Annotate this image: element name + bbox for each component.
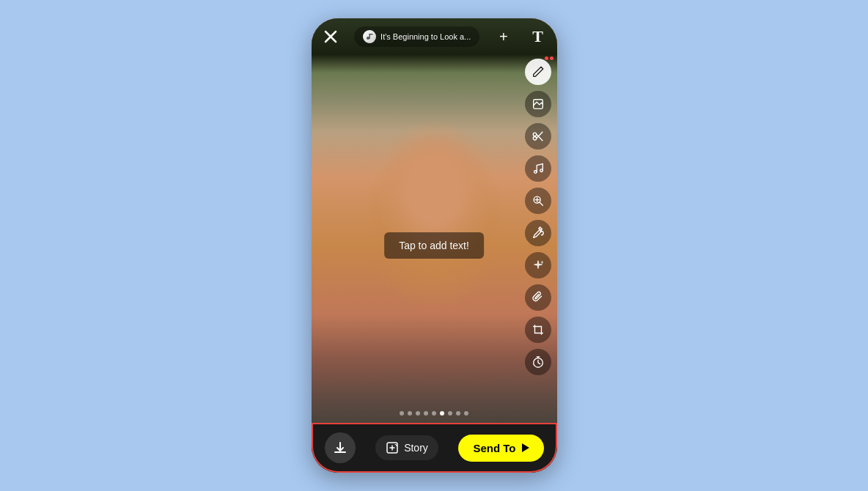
- add-button[interactable]: +: [493, 26, 514, 47]
- close-icon: [324, 30, 337, 43]
- story-icon: [386, 441, 399, 454]
- dot-4: [424, 411, 428, 416]
- pen-link-icon: [532, 226, 545, 240]
- tap-text-label: Tap to add text!: [399, 240, 469, 251]
- phone-container: It's Beginning to Look a... + T: [312, 18, 557, 473]
- scissors-tool-button[interactable]: [525, 123, 551, 149]
- dot-5: [432, 411, 436, 416]
- dot-7: [448, 411, 452, 416]
- pencil-tool-button[interactable]: [525, 59, 551, 85]
- text-tool-icon: T: [532, 27, 543, 46]
- pen-link-tool-button[interactable]: [525, 220, 551, 246]
- song-icon: [363, 30, 376, 43]
- bottom-bar: Story Send To: [312, 423, 557, 473]
- svg-point-7: [533, 136, 537, 140]
- heart-dot-1: [545, 56, 548, 60]
- heart-indicator: [545, 56, 553, 60]
- svg-point-10: [534, 171, 537, 174]
- add-icon: +: [499, 29, 508, 45]
- pagination-dots: [312, 411, 557, 416]
- story-label: Story: [404, 442, 428, 454]
- search-zoom-tool-button[interactable]: [525, 188, 551, 214]
- svg-point-2: [367, 37, 369, 40]
- download-button[interactable]: [325, 432, 356, 463]
- send-to-button[interactable]: Send To: [458, 435, 543, 462]
- dot-8: [456, 411, 460, 416]
- dot-1: [400, 411, 404, 416]
- song-title: It's Beginning to Look a...: [380, 32, 471, 41]
- music-icon: [532, 162, 545, 175]
- timer-tool-button[interactable]: [525, 349, 551, 375]
- dot-6-active: [440, 411, 444, 416]
- effects-icon: [532, 259, 545, 272]
- sticker-icon: [532, 97, 545, 111]
- song-pill[interactable]: It's Beginning to Look a...: [354, 26, 479, 47]
- send-to-label: Send To: [473, 442, 515, 454]
- crop-icon: [532, 323, 545, 336]
- tap-text-overlay[interactable]: Tap to add text!: [384, 232, 484, 259]
- svg-point-6: [533, 133, 537, 136]
- send-arrow-icon: [522, 443, 529, 452]
- crop-tool-button[interactable]: [525, 317, 551, 343]
- top-bar: It's Beginning to Look a... + T: [312, 18, 557, 55]
- dot-2: [408, 411, 412, 416]
- heart-dot-2: [550, 56, 553, 60]
- effects-tool-button[interactable]: [525, 252, 551, 278]
- timer-icon: [532, 355, 545, 369]
- paperclip-icon: [532, 291, 545, 304]
- music-tool-button[interactable]: [525, 155, 551, 182]
- svg-line-13: [540, 202, 542, 205]
- paperclip-tool-button[interactable]: [525, 284, 551, 311]
- dot-9: [464, 411, 468, 416]
- download-icon: [333, 440, 347, 455]
- text-tool-button[interactable]: T: [527, 26, 548, 47]
- sticker-tool-button[interactable]: [525, 91, 551, 117]
- svg-rect-4: [369, 34, 373, 35]
- dot-3: [416, 411, 420, 416]
- right-toolbar: [525, 59, 551, 375]
- close-button[interactable]: [320, 26, 341, 47]
- story-button[interactable]: Story: [375, 435, 438, 460]
- svg-point-11: [540, 169, 542, 172]
- scissors-icon: [532, 130, 545, 143]
- search-zoom-icon: [532, 194, 545, 207]
- pencil-icon: [532, 65, 545, 78]
